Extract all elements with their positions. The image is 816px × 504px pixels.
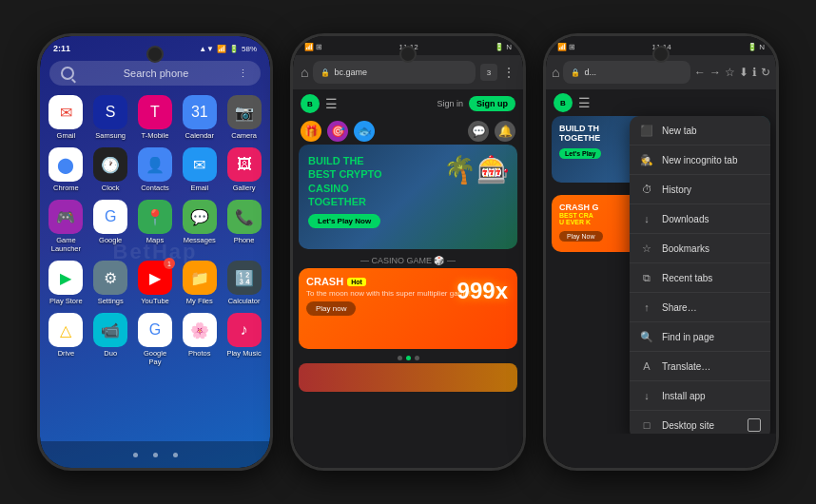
app-chrome[interactable]: ⬤Chrome: [48, 147, 85, 192]
app-gmail[interactable]: ✉Gmail: [48, 95, 85, 140]
app-icon-drive: △: [49, 313, 83, 347]
menu-item-new-incognito-tab[interactable]: 🕵New incognito tab: [630, 145, 770, 175]
chat-icon[interactable]: 💬: [468, 121, 489, 142]
menu-item-recent-tabs[interactable]: ⧉Recent tabs: [630, 263, 770, 293]
app-icon-messages: 💬: [183, 200, 217, 234]
menu-item-find-in-page[interactable]: 🔍Find in page: [630, 322, 770, 352]
app-icon-google: G: [93, 200, 127, 234]
notification-icon[interactable]: 🔔: [495, 121, 515, 142]
app-contacts[interactable]: 👤Contacts: [137, 147, 174, 192]
app-label-phone: Phone: [234, 236, 255, 244]
menu-icon-find-in-page: 🔍: [639, 329, 654, 344]
menu-item-downloads[interactable]: ↓Downloads: [630, 204, 770, 234]
bc-icon-row: 🎁 🎯 🐟 💬 🔔: [293, 118, 523, 145]
refresh-icon-3[interactable]: ↻: [761, 66, 770, 79]
app-label-t-mobile: T-Mobile: [142, 131, 169, 140]
url-bar-2[interactable]: 🔒 bc.game: [313, 61, 476, 84]
url-bar-3[interactable]: 🔒 d...: [563, 61, 690, 84]
menu-item-history[interactable]: ⏱History: [630, 175, 770, 204]
hero-banner-2: BUILD THE BEST CRYPTO CASINO TOGETHER Le…: [299, 145, 517, 249]
bc-menu-icon[interactable]: ☰: [325, 96, 338, 111]
hero-cta-button[interactable]: Let's Play Now: [308, 214, 380, 228]
star-icon-3[interactable]: ☆: [725, 66, 735, 79]
info-icon-3[interactable]: ℹ: [752, 66, 757, 79]
app-label-contacts: Contacts: [141, 184, 169, 192]
app-my-files[interactable]: 📁My Files: [181, 261, 218, 305]
crash-cta-button[interactable]: Play now: [306, 301, 356, 316]
app-icon-clock: 🕐: [93, 147, 127, 182]
app-label-maps: Maps: [146, 236, 164, 244]
time-3: 11:14: [652, 43, 671, 51]
app-t-mobile[interactable]: TT-Mobile: [137, 95, 174, 140]
nav-dot-3: [173, 453, 178, 457]
menu-item-bookmarks[interactable]: ☆Bookmarks: [630, 234, 770, 263]
search-bar[interactable]: Search phone ⋮: [49, 61, 261, 86]
bc-icon-1: 🎁: [301, 121, 321, 142]
app-google[interactable]: GGoogle: [92, 200, 129, 253]
app-label-camera: Camera: [231, 131, 257, 140]
app-label-calendar: Calendar: [185, 131, 214, 140]
app-icon-game-launcher: 🎮: [49, 200, 83, 234]
hero-cta-3[interactable]: Let's Play: [559, 148, 601, 159]
more-menu-icon-2[interactable]: ⋮: [502, 65, 515, 80]
play-btn-3[interactable]: Play Now: [559, 231, 603, 242]
menu-item-new-tab[interactable]: ⬛New tab: [630, 116, 770, 145]
app-drive[interactable]: △Drive: [48, 313, 85, 366]
app-maps[interactable]: 📍Maps: [137, 200, 174, 253]
app-settings[interactable]: ⚙Settings: [92, 261, 129, 305]
menu-checkbox-desktop-site[interactable]: [748, 418, 761, 432]
app-label-play-music: Play Music: [226, 349, 261, 358]
hero-title-2: BUILD THE BEST CRYPTO CASINO TOGETHER: [308, 154, 403, 208]
app-messages[interactable]: 💬Messages: [181, 200, 218, 253]
crash-multiplier: 999x: [457, 278, 508, 304]
app-icon-gallery: 🖼: [227, 147, 262, 182]
download-icon-3[interactable]: ⬇: [739, 66, 748, 79]
app-photos[interactable]: 🌸Photos: [181, 313, 218, 366]
app-email[interactable]: ✉Email: [181, 147, 218, 192]
app-clock[interactable]: 🕐Clock: [92, 147, 129, 192]
app-icon-email: ✉: [183, 147, 217, 182]
menu-item-share[interactable]: ↑Share…: [630, 293, 770, 322]
app-label-google: Google: [99, 236, 122, 244]
menu-item-translate[interactable]: ATranslate…: [630, 352, 770, 381]
menu-label-recent-tabs: Recent tabs: [662, 273, 761, 283]
app-calculator[interactable]: 🔢Calculator: [225, 261, 262, 305]
app-play-store[interactable]: ▶Play Store: [48, 261, 85, 305]
app-icon-maps: 📍: [138, 200, 172, 234]
app-grid: ✉GmailSSamsungTT-Mobile31Calendar📷Camera…: [40, 91, 270, 370]
app-calendar[interactable]: 31Calendar: [181, 95, 218, 140]
dot-3: [415, 356, 419, 360]
app-icon-calculator: 🔢: [227, 261, 262, 295]
signup-button[interactable]: Sign up: [469, 96, 515, 111]
menu-item-install-app[interactable]: ↓Install app: [630, 381, 770, 411]
app-icon-t-mobile: T: [138, 95, 172, 129]
menu-label-desktop-site: Desktop site: [662, 420, 740, 431]
home-icon-3[interactable]: ⌂: [552, 65, 559, 80]
app-gallery[interactable]: 🖼Gallery: [225, 147, 262, 192]
battery-2: 🔋 N: [495, 43, 512, 51]
home-icon-2[interactable]: ⌂: [301, 65, 308, 80]
menu-icon-bookmarks: ☆: [639, 241, 654, 256]
app-play-music[interactable]: ♪Play Music: [225, 313, 262, 366]
forward-icon-3[interactable]: →: [709, 66, 721, 79]
app-icon-calendar: 31: [183, 95, 217, 129]
app-youtube[interactable]: ▶1YouTube: [137, 261, 174, 305]
menu-item-desktop-site[interactable]: □Desktop site: [630, 411, 770, 434]
app-samsung[interactable]: SSamsung: [92, 95, 129, 140]
bc-menu-icon-3[interactable]: ☰: [578, 95, 591, 110]
signin-button[interactable]: Sign in: [437, 99, 463, 108]
app-camera[interactable]: 📷Camera: [225, 95, 262, 140]
bc-nav-3: B ☰: [546, 89, 776, 116]
app-phone[interactable]: 📞Phone: [225, 200, 262, 253]
url-text-2: bc.game: [334, 68, 468, 77]
app-icon-contacts: 👤: [138, 147, 172, 182]
tabs-button-2[interactable]: 3: [480, 64, 497, 81]
back-icon-3[interactable]: ←: [694, 66, 706, 79]
nav-dot-1: [133, 453, 138, 457]
app-duo[interactable]: 📹Duo: [92, 313, 129, 366]
menu-label-new-incognito-tab: New incognito tab: [662, 155, 761, 165]
app-label-settings: Settings: [98, 297, 124, 305]
app-game-launcher[interactable]: 🎮Game Launcher: [48, 200, 85, 253]
more-options-icon[interactable]: ⋮: [238, 68, 249, 80]
app-google-pay[interactable]: GGoogle Pay: [137, 313, 174, 366]
